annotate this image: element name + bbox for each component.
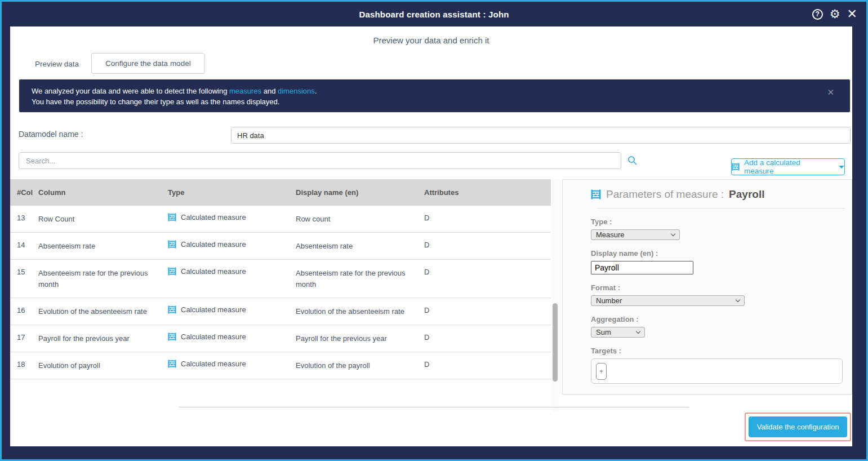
header-column: Column xyxy=(38,187,168,198)
table-row[interactable]: 16 Evolution of the absenteeism rate Cal… xyxy=(10,298,551,325)
dashboard-assistant-dialog: Dashboard creation assistant : John ? ⚙ … xyxy=(0,0,868,461)
add-calculated-measure-button[interactable]: Add a calculated measure xyxy=(731,158,845,175)
aggregation-select[interactable]: Sum xyxy=(591,327,645,338)
add-target-button[interactable]: + xyxy=(596,363,607,380)
aggregation-label: Aggregation : xyxy=(591,315,852,323)
header-type: Type xyxy=(168,188,296,197)
row-number: 17 xyxy=(10,333,38,342)
targets-box: + xyxy=(591,358,843,384)
measure-parameters-panel: Parameters of measure : Payroll Type : M… xyxy=(562,179,852,394)
attributes-value: D xyxy=(424,360,551,369)
row-number: 16 xyxy=(10,306,38,314)
type-label: Type : xyxy=(591,218,852,226)
row-number: 15 xyxy=(10,268,38,276)
calculated-measure-icon xyxy=(168,305,176,314)
table-row[interactable]: 17 Payroll for the previous year Calcula… xyxy=(10,325,551,352)
datamodel-name-label: Datamodel name : xyxy=(19,130,83,139)
help-icon[interactable]: ? xyxy=(812,9,823,20)
tab-bar: Preview data Configure the data model xyxy=(23,52,205,74)
tab-preview-data[interactable]: Preview data xyxy=(23,54,91,74)
column-type: Calculated measure xyxy=(168,305,296,314)
calculated-measure-icon xyxy=(168,360,176,368)
calculated-measure-icon xyxy=(732,163,740,171)
calculated-measure-icon xyxy=(168,267,176,276)
column-name: Evolution of payroll xyxy=(38,360,168,371)
chevron-down-icon xyxy=(636,329,640,334)
info-banner: We analyzed your data and were able to d… xyxy=(19,79,851,113)
column-name: Absenteeism rate for the previous month xyxy=(38,268,168,290)
type-select[interactable]: Measure xyxy=(591,229,680,240)
column-name: Absenteeism rate xyxy=(38,241,168,252)
display-name: Absenteeism rate for the previous month xyxy=(296,268,424,290)
validate-configuration-button[interactable]: Validate the configuration xyxy=(749,416,847,437)
measures-link[interactable]: measures xyxy=(229,87,261,95)
parameters-form: Type : Measure Display name (en) : Forma… xyxy=(563,218,852,384)
row-number: 18 xyxy=(10,360,38,369)
column-type: Calculated measure xyxy=(168,267,296,276)
format-label: Format : xyxy=(591,283,852,292)
banner-line1: We analyzed your data and were able to d… xyxy=(32,86,827,96)
attributes-value: D xyxy=(424,241,551,249)
row-number: 14 xyxy=(10,241,38,249)
column-name: Payroll for the previous year xyxy=(38,333,168,344)
columns-table: #Col Column Type Display name (en) Attri… xyxy=(10,179,551,379)
header-col: #Col xyxy=(10,188,38,197)
display-name: Row count xyxy=(296,214,424,225)
column-type: Calculated measure xyxy=(168,360,296,368)
calculated-measure-icon xyxy=(168,240,176,249)
scrollbar-thumb[interactable] xyxy=(553,303,558,382)
row-number: 13 xyxy=(10,214,38,222)
display-name: Absenteeism rate xyxy=(296,241,424,252)
datamodel-name-input[interactable] xyxy=(231,127,851,144)
header-attributes: Attributes xyxy=(424,188,551,197)
search-input[interactable] xyxy=(19,152,621,169)
column-name: Evolution of the absenteeism rate xyxy=(38,306,168,317)
calculated-measure-icon xyxy=(168,333,176,341)
chevron-down-icon xyxy=(839,166,844,169)
panel-divider xyxy=(597,208,845,209)
measure-name: Payroll xyxy=(729,188,764,201)
banner-line2: You have the possibility to change their… xyxy=(32,96,827,107)
column-type: Calculated measure xyxy=(168,240,296,249)
column-type: Calculated measure xyxy=(168,333,296,341)
page-subtitle: Preview your data and enrich it xyxy=(10,36,852,45)
close-icon[interactable]: ✕ xyxy=(847,7,857,21)
display-name: Evolution of the payroll xyxy=(296,360,424,371)
targets-label: Targets : xyxy=(591,347,852,355)
display-name: Evolution of the absenteeism rate xyxy=(296,306,424,317)
dimensions-link[interactable]: dimensions xyxy=(278,87,315,95)
chevron-down-icon xyxy=(736,298,740,302)
display-name-input[interactable] xyxy=(591,261,693,274)
calculated-measure-icon xyxy=(591,189,601,200)
display-name-label: Display name (en) : xyxy=(591,249,852,258)
dialog-title: Dashboard creation assistant : John xyxy=(359,10,509,19)
table-body: 13 Row Count Calculated measure Row coun… xyxy=(10,206,551,379)
banner-close-icon[interactable]: ✕ xyxy=(827,87,834,97)
display-name: Payroll for the previous year xyxy=(296,333,424,344)
table-scrollbar[interactable] xyxy=(552,179,559,411)
column-type: Calculated measure xyxy=(168,213,296,221)
format-select[interactable]: Number xyxy=(591,295,745,306)
content-panel: Preview your data and enrich it Preview … xyxy=(10,26,852,446)
table-row[interactable]: 15 Absenteeism rate for the previous mon… xyxy=(10,260,551,298)
table-row[interactable]: 18 Evolution of payroll Calculated measu… xyxy=(10,352,551,379)
attributes-value: D xyxy=(424,333,551,342)
attributes-value: D xyxy=(424,214,551,222)
footer-divider xyxy=(179,407,689,407)
validate-highlight-ring: Validate the configuration xyxy=(745,413,851,441)
settings-gear-icon[interactable]: ⚙ xyxy=(830,7,840,21)
attributes-value: D xyxy=(424,268,551,276)
title-bar-icons: ? ⚙ ✕ xyxy=(812,2,857,26)
column-name: Row Count xyxy=(38,214,168,225)
header-display: Display name (en) xyxy=(296,187,424,198)
tab-configure-data-model[interactable]: Configure the data model xyxy=(91,53,205,74)
calculated-measure-icon xyxy=(168,213,176,221)
table-row[interactable]: 14 Absenteeism rate Calculated measure A… xyxy=(10,233,551,260)
title-bar: Dashboard creation assistant : John ? ⚙ … xyxy=(2,2,866,26)
search-icon[interactable] xyxy=(627,155,638,166)
table-row[interactable]: 13 Row Count Calculated measure Row coun… xyxy=(10,206,551,233)
table-header: #Col Column Type Display name (en) Attri… xyxy=(10,179,551,206)
attributes-value: D xyxy=(424,306,551,314)
chevron-down-icon xyxy=(671,232,675,236)
panel-title: Parameters of measure : Payroll xyxy=(563,180,852,201)
